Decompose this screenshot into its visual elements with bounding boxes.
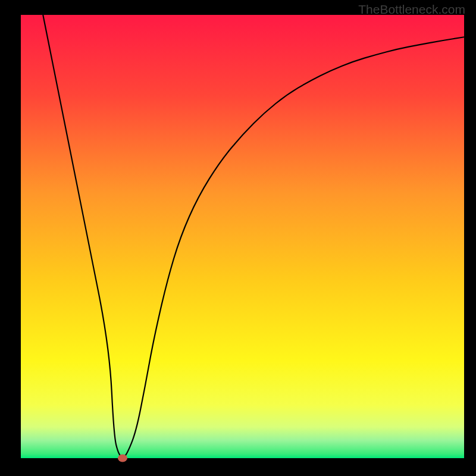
marker-dot: [118, 455, 127, 462]
curve-line: [21, 15, 464, 458]
plot-area: [21, 15, 464, 458]
watermark-text: TheBottleneck.com: [358, 2, 465, 17]
